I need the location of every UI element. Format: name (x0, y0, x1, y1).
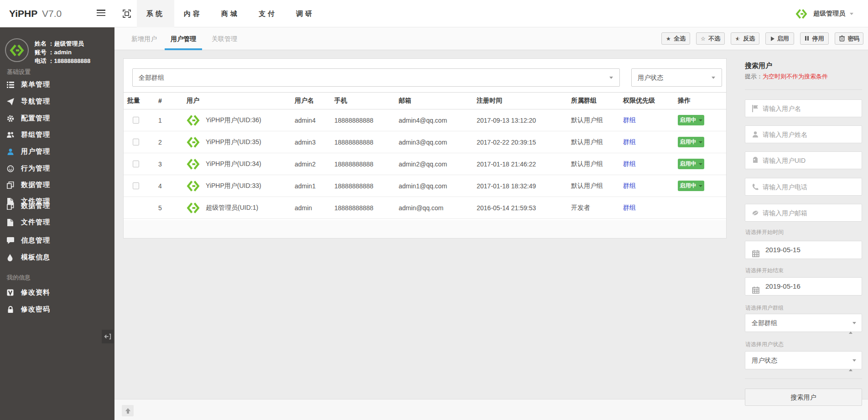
trash-icon (839, 35, 845, 42)
user-icon (752, 131, 759, 138)
yiphp-logo-icon (187, 180, 200, 192)
end-date-input[interactable]: 2019-05-16 (745, 277, 862, 296)
profile-name: 姓名 ：超级管理员 (35, 39, 90, 48)
select-none-button[interactable]: ☆ 不选 (696, 32, 725, 45)
row-checkbox[interactable] (133, 139, 139, 145)
logo-version: V7.0 (42, 8, 62, 19)
yiphp-logo-icon (10, 43, 24, 57)
app-logo: YiPHP V7.0 (9, 0, 62, 27)
yiphp-logo-icon (187, 114, 200, 127)
row-checkbox[interactable] (133, 117, 139, 124)
group-search-select[interactable]: 全部群组 (745, 314, 862, 332)
select-all-button[interactable]: ★ 全选 (661, 32, 690, 45)
yiphp-logo-icon (187, 136, 200, 149)
enable-button[interactable]: 启用 (765, 32, 794, 45)
username-search-field (745, 99, 862, 117)
fullscreen-icon[interactable] (123, 10, 131, 18)
yiphp-logo-icon (187, 158, 200, 171)
search-users-button[interactable]: 搜索用户 (745, 389, 862, 406)
profile-phone: 电话 ：18888888888 (35, 57, 90, 65)
chevron-down-icon (609, 77, 613, 79)
sidebar-item-file-mgmt[interactable]: 文件管理 (0, 214, 114, 231)
status-filter-select[interactable]: 用户状态 (631, 68, 722, 87)
smiley-icon (7, 165, 16, 172)
sidebar-item-config-mgmt[interactable]: 配置管理 (0, 110, 114, 127)
username-search-input[interactable] (763, 100, 858, 117)
group-priority-link[interactable]: 群组 (623, 160, 636, 167)
yiphp-logo-icon (795, 8, 807, 20)
nav-item-mall[interactable]: 商城 (212, 0, 249, 27)
realname-search-input[interactable] (763, 126, 858, 143)
chevron-down-icon (712, 77, 715, 79)
back-to-top-button[interactable] (122, 405, 134, 416)
tab-relation-mgmt[interactable]: 关联管理 (212, 27, 237, 50)
sidebar-section-basic: 基础设置 (7, 68, 31, 76)
status-enabled-button[interactable]: 启用中 (678, 115, 704, 125)
status-enabled-button[interactable]: 启用中 (678, 137, 704, 147)
reset-password-button[interactable]: 密码 (835, 32, 863, 45)
divider (745, 89, 862, 90)
pause-icon (805, 36, 810, 41)
drop-icon (7, 254, 16, 261)
sidebar-item-menu-mgmt[interactable]: 菜单管理 (0, 76, 114, 93)
main-content: 新增用户 用户管理 关联管理 ★ 全选 ☆ 不选 ☆★ 反选 启用 (114, 27, 868, 420)
sidebar-item-nav-mgmt[interactable]: 导航管理 (0, 93, 114, 110)
star-half-icon: ☆★ (735, 36, 740, 41)
nav-item-content[interactable]: 内容 (174, 0, 212, 27)
avatar (5, 38, 29, 62)
phone-search-input[interactable] (763, 178, 858, 195)
col-group: 所属群组 (567, 93, 619, 109)
col-user: 用户 (183, 93, 291, 109)
calendar-icon (752, 246, 759, 254)
sidebar-item-user-mgmt[interactable]: 用户管理 (0, 143, 114, 160)
start-date-input[interactable]: 2019-05-15 (745, 241, 862, 259)
status-enabled-button[interactable]: 启用中 (678, 181, 704, 191)
col-username: 用户名 (291, 93, 331, 109)
sidebar-item-template-info[interactable]: 模板信息 (0, 249, 114, 266)
end-date-label: 请选择开始结束 (745, 267, 784, 275)
col-priority: 权限优先级 (619, 93, 674, 109)
table-row: 3 YiPHP用户(UID:34) admin2 18888888888 adm… (124, 153, 726, 175)
group-filter-select[interactable]: 全部群组 (132, 68, 620, 87)
bulk-action-bar: ★ 全选 ☆ 不选 ☆★ 反选 启用 停用 (655, 32, 863, 45)
sidebar: 姓名 ：超级管理员 账号 ：admin 电话 ：18888888888 基础设置… (0, 27, 114, 420)
group-priority-link[interactable]: 群组 (623, 116, 636, 124)
sidebar-item-data-mgmt[interactable]: 数据管理 (0, 176, 114, 193)
sidebar-item-message-mgmt[interactable]: 信息管理 (0, 232, 114, 249)
chevron-down-icon (850, 13, 853, 15)
sidebar-item-group-mgmt[interactable]: 群组管理 (0, 126, 114, 143)
nav-item-survey[interactable]: 调研 (286, 0, 324, 27)
table-row: 2 YiPHP用户(UID:35) admin3 18888888888 adm… (124, 131, 726, 153)
group-priority-link[interactable]: 群组 (623, 204, 636, 211)
sidebar-item-data-mgmt-glitch[interactable]: 数据管理 (0, 197, 114, 214)
nav-item-system[interactable]: 系统 (137, 0, 174, 27)
top-nav: 系统 内容 商城 支付 调研 (137, 0, 324, 27)
disable-button[interactable]: 停用 (800, 32, 829, 45)
list-icon (7, 81, 16, 88)
sidebar-item-behavior-mgmt[interactable]: 行为管理 (0, 160, 114, 177)
sidebar-item-edit-profile[interactable]: 修改资料 (0, 284, 114, 301)
comment-icon (7, 237, 16, 244)
sidebar-collapse-button[interactable] (102, 330, 114, 343)
nav-item-pay[interactable]: 支付 (249, 0, 286, 27)
tab-add-user[interactable]: 新增用户 (131, 27, 157, 50)
email-search-input[interactable] (763, 204, 858, 221)
tab-user-mgmt[interactable]: 用户管理 (171, 27, 196, 50)
invert-selection-button[interactable]: ☆★ 反选 (731, 32, 759, 45)
group-select-label: 请选择用户群组 (745, 304, 784, 312)
hamburger-menu-icon[interactable] (97, 10, 105, 17)
phone-search-field (745, 178, 862, 196)
user-menu[interactable]: 超级管理员 (795, 0, 853, 27)
group-priority-link[interactable]: 群组 (623, 182, 636, 189)
sidebar-item-change-password[interactable]: 修改密码 (0, 301, 114, 318)
row-checkbox[interactable] (133, 161, 139, 167)
uid-search-input[interactable] (763, 152, 858, 169)
logo-text: YiPHP (9, 8, 37, 19)
user-display-name: 超级管理员(UID:1) (206, 204, 258, 212)
status-enabled-button[interactable]: 启用中 (678, 159, 704, 169)
row-checkbox[interactable] (133, 182, 139, 189)
group-priority-link[interactable]: 群组 (623, 138, 636, 145)
col-index: # (155, 93, 183, 109)
user-icon (7, 148, 16, 156)
status-search-select[interactable]: 用户状态 (745, 351, 862, 369)
